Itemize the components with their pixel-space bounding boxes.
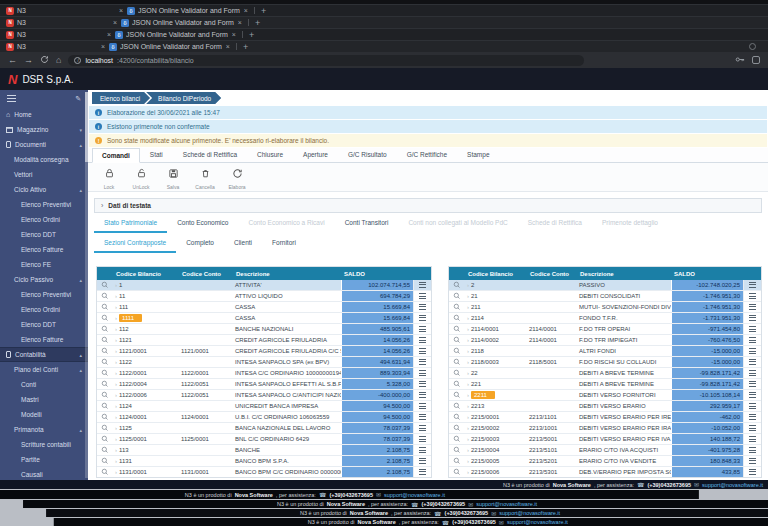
table-row[interactable]: ›1122/00011122/0001INTESA C/C ORDINARIO … <box>97 368 431 379</box>
subtab-conto-economico[interactable]: Conto Economico <box>167 213 238 233</box>
row-menu-icon[interactable] <box>749 469 756 475</box>
row-menu-icon[interactable] <box>419 293 426 299</box>
table-row[interactable]: ›1125/00011125/0001BNL C/C ORDINARIO 642… <box>97 434 431 445</box>
row-menu-icon[interactable] <box>749 315 756 321</box>
row-menu-icon[interactable] <box>419 414 426 420</box>
table-row[interactable]: ›2215/00032213/5001DEBITI VERSO ERARIO P… <box>449 434 761 445</box>
sidebar-item-vettori[interactable]: Vettori <box>0 167 88 182</box>
subtab-clienti[interactable]: Clienti <box>224 233 262 253</box>
row-search-icon[interactable] <box>97 379 113 389</box>
table-row[interactable]: ›2118/00032118/5001F.DO RISCHI SU COLLAU… <box>449 357 761 368</box>
row-search-icon[interactable] <box>97 368 113 378</box>
row-search-icon[interactable] <box>449 324 465 334</box>
row-search-icon[interactable] <box>97 357 113 367</box>
row-menu-icon[interactable] <box>749 403 756 409</box>
forward-icon[interactable]: → <box>24 56 33 65</box>
row-search-icon[interactable] <box>449 390 465 400</box>
sidebar-item-scritture-contabili[interactable]: Scritture contabili <box>0 437 88 452</box>
row-search-icon[interactable] <box>97 335 113 345</box>
sidebar-item-modalit-consegna[interactable]: Modalità consegna <box>0 152 88 167</box>
row-menu-icon[interactable] <box>419 381 426 387</box>
row-menu-icon[interactable] <box>419 447 426 453</box>
row-menu-icon[interactable] <box>419 425 426 431</box>
row-menu-icon[interactable] <box>749 304 756 310</box>
table-row[interactable]: ›1124/00011124/0001U.B.I. C/C ORDINARIO … <box>97 412 431 423</box>
close-tab-icon[interactable]: × <box>243 7 249 14</box>
tab-n3[interactable]: N3 <box>17 7 26 14</box>
window-controls-icon[interactable] <box>749 43 756 50</box>
address-bar[interactable]: i localhost:4200/contabilita/bilancio <box>68 55 584 66</box>
row-menu-icon[interactable] <box>749 348 756 354</box>
breadcrumb-elenco-bilanci[interactable]: Elenco bilanci <box>92 92 150 104</box>
row-menu-icon[interactable] <box>749 392 756 398</box>
table-row[interactable]: ›1131BANCO BPM S.P.A.2.108,75 <box>97 456 431 467</box>
table-row[interactable]: ›2215/00012213/1101DEBITI VERSO ERARIO P… <box>449 412 761 423</box>
tab-json-validator[interactable]: JSON Online Validator and Form <box>120 43 222 50</box>
row-menu-icon[interactable] <box>749 370 756 376</box>
row-menu-icon[interactable] <box>749 414 756 420</box>
table-row[interactable]: ›1125BANCA NAZIONALE DEL LAVORO78.037,39 <box>97 423 431 434</box>
close-tab-icon[interactable]: × <box>231 31 237 38</box>
sidebar-item-documenti[interactable]: Documenti▴ <box>0 137 88 152</box>
table-row[interactable]: ›1121CREDIT AGRICOLE FRIULADRIA14.056,26 <box>97 335 431 346</box>
row-menu-icon[interactable] <box>419 337 426 343</box>
key-icon[interactable] <box>735 55 746 66</box>
row-menu-icon[interactable] <box>419 370 426 376</box>
breadcrumb-bilancio-diperiodo[interactable]: Bilancio DiPeriodo <box>146 92 221 104</box>
sidebar-item-ciclo-attivo[interactable]: Ciclo Attivo▴ <box>0 182 88 197</box>
row-search-icon[interactable] <box>449 313 465 323</box>
tab-n3[interactable]: N3 <box>17 19 26 26</box>
close-tab-icon[interactable]: × <box>112 19 118 26</box>
tab-json-validator[interactable]: JSON Online Validator and Form <box>126 31 228 38</box>
row-search-icon[interactable] <box>97 313 113 323</box>
sidebar-item-ciclo-passivo[interactable]: Ciclo Passivo▴ <box>0 272 88 287</box>
row-menu-icon[interactable] <box>419 392 426 398</box>
tab-chiusure[interactable]: Chiusure <box>247 147 293 162</box>
row-menu-icon[interactable] <box>419 304 426 310</box>
new-tab-icon[interactable]: + <box>255 18 260 28</box>
row-menu-icon[interactable] <box>419 326 426 332</box>
table-row[interactable]: ›2114FONDO T.F.R.-1.731.951,30 <box>449 313 761 324</box>
row-search-icon[interactable] <box>449 346 465 356</box>
table-row[interactable]: ›2PASSIVO-102.748.020,25 <box>449 280 761 291</box>
sidebar-item-elenco-fe[interactable]: Elenco FE <box>0 257 88 272</box>
table-row[interactable]: ›22DEBITI A BREVE TERMINE-99.828.171,42 <box>449 368 761 379</box>
row-search-icon[interactable] <box>97 302 113 312</box>
support-email-link[interactable]: support@novasoftware.it <box>384 492 445 498</box>
subtab-stato-patrimoniale[interactable]: Stato Patrimoniale <box>94 213 167 233</box>
sidebar-item-primanota[interactable]: Primanota▴ <box>0 422 88 437</box>
close-tab-icon[interactable]: × <box>100 43 106 50</box>
subtab-conti-transitori[interactable]: Conti Transitori <box>335 213 399 233</box>
row-menu-icon[interactable] <box>419 403 426 409</box>
row-menu-icon[interactable] <box>419 282 426 288</box>
table-row[interactable]: ›2215/00052213/5201ERARIO C/TO IVA VENDI… <box>449 456 761 467</box>
pencil-icon[interactable]: ✎ <box>75 95 81 103</box>
row-search-icon[interactable] <box>97 456 113 466</box>
table-row[interactable]: ›2215/00042213/5101ERARIO C/TO IVA ACQUI… <box>449 445 761 456</box>
row-menu-icon[interactable] <box>419 436 426 442</box>
sidebar-item-magazzino[interactable]: Magazzino▾ <box>0 122 88 137</box>
row-menu-icon[interactable] <box>749 458 756 464</box>
home-nav-icon[interactable]: ⌂ <box>56 56 61 65</box>
sidebar-item-partite[interactable]: Partite <box>0 452 88 467</box>
table-row[interactable]: ›2118ALTRI FONDI-15.000,00 <box>449 346 761 357</box>
support-email-link[interactable]: support@novasoftware.it <box>499 510 560 516</box>
lock-button[interactable]: Lock <box>96 165 122 190</box>
tab-stampe[interactable]: Stampe <box>457 147 499 162</box>
tab-aperture[interactable]: Aperture <box>293 147 338 162</box>
sidebar-item-conti[interactable]: Conti <box>0 377 88 392</box>
row-search-icon[interactable] <box>449 280 465 290</box>
sidebar-item-contabilit[interactable]: Contabilità▴ <box>0 347 88 362</box>
row-search-icon[interactable] <box>97 280 113 290</box>
sidebar-item-elenco-ordini[interactable]: Elenco Ordini <box>0 302 88 317</box>
row-search-icon[interactable] <box>97 390 113 400</box>
close-tab-icon[interactable]: × <box>118 7 124 14</box>
row-menu-icon[interactable] <box>749 293 756 299</box>
row-search-icon[interactable] <box>97 291 113 301</box>
row-menu-icon[interactable] <box>749 447 756 453</box>
sidebar-item-elenco-ordini[interactable]: Elenco Ordini <box>0 212 88 227</box>
sidebar-item-elenco-preventivi[interactable]: Elenco Preventivi <box>0 287 88 302</box>
table-row[interactable]: ›1122/00061122/0051INTESA SANPAOLO C/ANT… <box>97 390 431 401</box>
table-row[interactable]: ›11ATTIVO LIQUIDO694.784,29 <box>97 291 431 302</box>
row-search-icon[interactable] <box>449 445 465 455</box>
